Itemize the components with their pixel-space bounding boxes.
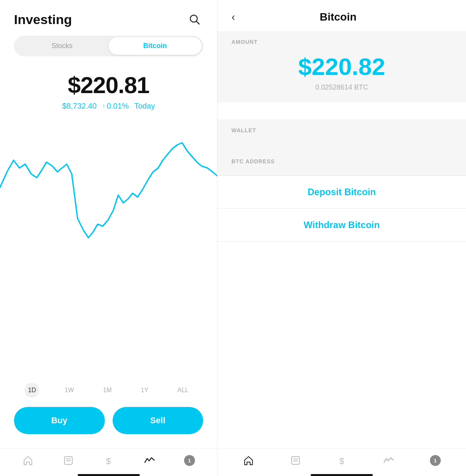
time-1m[interactable]: 1M xyxy=(99,384,115,396)
right-nav-news[interactable] xyxy=(290,455,301,466)
nav-notifications[interactable]: 1 xyxy=(184,455,195,466)
amount-value: $220.82 xyxy=(231,53,452,80)
time-1y[interactable]: 1Y xyxy=(137,384,153,396)
chart-area xyxy=(0,114,217,376)
search-icon xyxy=(189,14,200,25)
sell-button[interactable]: Sell xyxy=(113,407,203,434)
right-activity-icon xyxy=(383,455,395,466)
notification-badge: 1 xyxy=(184,455,195,466)
home-bar-right xyxy=(311,474,373,476)
activity-icon xyxy=(144,455,155,466)
left-header: Investing xyxy=(0,0,217,36)
price-meta: $8,732.40 ↑ 0.01% Today xyxy=(14,102,203,111)
amount-btc: 0.02528614 BTC xyxy=(231,83,452,92)
svg-line-1 xyxy=(196,21,199,24)
home-bar-left xyxy=(78,474,140,476)
right-nav-home[interactable] xyxy=(243,455,254,466)
right-bottom-nav: $ 1 xyxy=(217,448,466,470)
right-dollar-icon: $ xyxy=(336,455,348,466)
right-notification-badge: 1 xyxy=(430,455,441,466)
search-button[interactable] xyxy=(186,11,203,28)
amount-section: AMOUNT $220.82 0.02528614 BTC xyxy=(217,31,466,102)
svg-text:$: $ xyxy=(106,456,111,466)
nav-news[interactable] xyxy=(63,455,74,466)
nav-dollar[interactable]: $ xyxy=(103,455,115,466)
time-1w[interactable]: 1W xyxy=(61,384,78,396)
change-pct: 0.01% xyxy=(107,102,129,111)
right-nav-dollar[interactable]: $ xyxy=(336,455,348,466)
right-nav-notifications[interactable]: 1 xyxy=(430,455,441,466)
buy-button[interactable]: Buy xyxy=(14,407,105,434)
price-chart xyxy=(0,118,217,249)
dollar-icon: $ xyxy=(103,455,115,466)
right-spacer xyxy=(217,242,466,448)
right-nav-activity[interactable] xyxy=(383,455,395,466)
left-bottom-nav: $ 1 xyxy=(0,448,217,470)
action-buttons: Buy Sell xyxy=(0,407,217,448)
right-news-icon xyxy=(290,455,301,466)
amount-label: AMOUNT xyxy=(231,39,452,45)
wallet-label: WALLET xyxy=(231,127,452,133)
left-panel: Investing Stocks Bitcoin $220.81 $8,732.… xyxy=(0,0,217,476)
time-range-selector: 1D 1W 1M 1Y ALL xyxy=(0,376,217,407)
home-icon xyxy=(22,455,34,466)
deposit-bitcoin-button[interactable]: Deposit Bitcoin xyxy=(217,176,466,209)
right-panel: ‹ Bitcoin AMOUNT $220.82 0.02528614 BTC … xyxy=(217,0,466,476)
tab-bitcoin[interactable]: Bitcoin xyxy=(109,37,202,55)
right-header: ‹ Bitcoin xyxy=(217,0,466,31)
change-wrap: ↑ 0.01% xyxy=(102,102,129,111)
tab-stocks[interactable]: Stocks xyxy=(16,37,109,55)
wallet-section: WALLET BTC ADDRESS xyxy=(217,119,466,175)
time-all[interactable]: ALL xyxy=(174,384,192,396)
up-arrow-icon: ↑ xyxy=(102,103,105,110)
main-price: $220.81 xyxy=(14,72,203,99)
svg-text:$: $ xyxy=(339,456,344,466)
right-page-title: Bitcoin xyxy=(241,11,435,23)
tab-switcher: Stocks Bitcoin xyxy=(14,36,203,56)
right-home-icon xyxy=(243,455,254,466)
nav-activity[interactable] xyxy=(144,455,155,466)
price-section: $220.81 $8,732.40 ↑ 0.01% Today xyxy=(0,66,217,114)
back-button[interactable]: ‹ xyxy=(231,11,235,23)
time-1d[interactable]: 1D xyxy=(24,383,39,398)
page-title: Investing xyxy=(14,12,72,27)
news-icon xyxy=(63,455,74,466)
btc-price: $8,732.40 xyxy=(62,102,97,111)
period-label: Today xyxy=(134,102,155,111)
btc-address-label: BTC ADDRESS xyxy=(231,158,452,164)
withdraw-bitcoin-button[interactable]: Withdraw Bitcoin xyxy=(217,209,466,242)
nav-home[interactable] xyxy=(22,455,34,466)
